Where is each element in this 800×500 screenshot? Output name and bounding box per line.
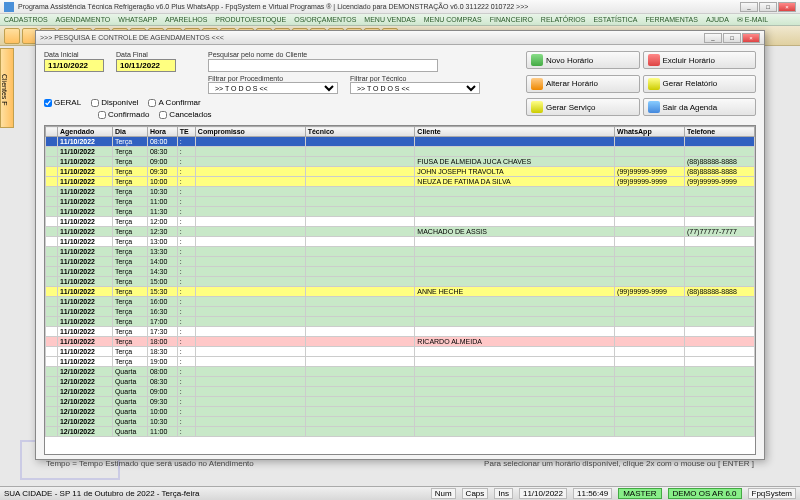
app-icon — [4, 2, 14, 12]
menu-ferramentas[interactable]: FERRAMENTAS — [646, 16, 698, 23]
table-row[interactable]: 12/10/2022Quarta09:30: — [46, 397, 755, 407]
table-row[interactable]: 12/10/2022Quarta08:00: — [46, 367, 755, 377]
col-header[interactable]: Compromisso — [195, 127, 305, 137]
table-row[interactable]: 11/10/2022Terça12:30:MACHADO DE ASSIS(77… — [46, 227, 755, 237]
alterar-horario-button[interactable]: Alterar Horário — [526, 75, 640, 93]
window-titlebar: Programa Assistência Técnica Refrigeraçã… — [0, 0, 800, 14]
dialog-maximize-button[interactable]: □ — [723, 33, 741, 43]
table-row[interactable]: 11/10/2022Terça08:30: — [46, 147, 755, 157]
col-header[interactable]: Telefone — [685, 127, 755, 137]
status-num: Num — [431, 488, 456, 499]
col-header[interactable]: Hora — [147, 127, 177, 137]
table-row[interactable]: 11/10/2022Terça09:00:FIUSA DE ALMEIDA JU… — [46, 157, 755, 167]
check-confirmado[interactable]: Confirmado — [98, 110, 149, 119]
status-time: 11:56:49 — [573, 488, 612, 499]
filter-tec-label: Filtrar por Técnico — [350, 75, 480, 82]
minimize-button[interactable]: _ — [740, 2, 758, 12]
table-row[interactable]: 12/10/2022Quarta10:30: — [46, 417, 755, 427]
filter-tec-select[interactable]: >> T O D O S << — [350, 82, 480, 94]
final-date-label: Data Final — [116, 51, 176, 58]
gerar-servico-button[interactable]: Gerar Serviço — [526, 98, 640, 116]
col-header[interactable]: Técnico — [305, 127, 415, 137]
table-row[interactable]: 11/10/2022Terça13:30: — [46, 247, 755, 257]
close-button[interactable]: × — [778, 2, 796, 12]
status-master: MASTER — [618, 488, 661, 499]
final-date-input[interactable] — [116, 59, 176, 72]
excluir-horario-button[interactable]: Excluir Horário — [643, 51, 757, 69]
report-icon — [648, 78, 660, 90]
col-header[interactable]: Agendado — [57, 127, 112, 137]
table-row[interactable]: 11/10/2022Terça10:30: — [46, 187, 755, 197]
filter-proc-select[interactable]: >> T O D O S << — [208, 82, 338, 94]
table-row[interactable]: 11/10/2022Terça11:00: — [46, 197, 755, 207]
table-row[interactable]: 11/10/2022Terça16:30: — [46, 307, 755, 317]
dialog-minimize-button[interactable]: _ — [704, 33, 722, 43]
table-row[interactable]: 11/10/2022Terça14:00: — [46, 257, 755, 267]
agenda-grid[interactable]: AgendadoDiaHoraTECompromissoTécnicoClien… — [44, 125, 756, 455]
table-row[interactable]: 11/10/2022Terça18:30: — [46, 347, 755, 357]
status-date: 11/10/2022 — [519, 488, 567, 499]
table-row[interactable]: 11/10/2022Terça15:00: — [46, 277, 755, 287]
sidebar-tab-clientes[interactable]: Clientes F — [0, 48, 14, 128]
check-geral[interactable]: GERAL — [44, 98, 81, 107]
menu-financeiro[interactable]: FINANCEIRO — [490, 16, 533, 23]
initial-date-input[interactable] — [44, 59, 104, 72]
table-row[interactable]: 11/10/2022Terça19:00: — [46, 357, 755, 367]
status-caps: Caps — [462, 488, 489, 499]
dialog-close-button[interactable]: × — [742, 33, 760, 43]
col-header[interactable]: WhatsApp — [615, 127, 685, 137]
table-row[interactable]: 12/10/2022Quarta08:30: — [46, 377, 755, 387]
menu-estatstica[interactable]: ESTATÍSTICA — [593, 16, 637, 23]
table-row[interactable]: 11/10/2022Terça10:00:NEUZA DE FATIMA DA … — [46, 177, 755, 187]
menu-whatsapp[interactable]: WHATSAPP — [118, 16, 157, 23]
col-header[interactable]: TE — [177, 127, 195, 137]
menu-aparelhos[interactable]: APARELHOS — [165, 16, 207, 23]
table-row[interactable]: 12/10/2022Quarta09:00: — [46, 387, 755, 397]
table-row[interactable]: 11/10/2022Terça18:00:RICARDO ALMEIDA — [46, 337, 755, 347]
service-icon — [531, 101, 543, 113]
menu-email[interactable]: ✉ E-MAIL — [737, 16, 768, 24]
hint-left: Tempo = Tempo Estimado que será usado no… — [46, 459, 254, 468]
menu-relatrios[interactable]: RELATÓRIOS — [541, 16, 586, 23]
table-row[interactable]: 11/10/2022Terça09:30:JOHN JOSEPH TRAVOLT… — [46, 167, 755, 177]
check-cancelados[interactable]: Cancelados — [159, 110, 211, 119]
col-header[interactable]: Cliente — [415, 127, 615, 137]
table-row[interactable]: 12/10/2022Quarta11:00: — [46, 427, 755, 437]
search-label: Pesquisar pelo nome do Cliente — [208, 51, 522, 58]
col-header[interactable] — [46, 127, 58, 137]
agenda-dialog: >>> PESQUISA E CONTROLE DE AGENDAMENTOS … — [35, 30, 765, 460]
status-brand: FpqSystem — [748, 488, 796, 499]
maximize-button[interactable]: □ — [759, 2, 777, 12]
menu-menuvendas[interactable]: MENU VENDAS — [364, 16, 415, 23]
gerar-relatorio-button[interactable]: Gerar Relatório — [643, 75, 757, 93]
menu-osoramentos[interactable]: OS/ORÇAMENTOS — [294, 16, 356, 23]
status-location: SUA CIDADE - SP 11 de Outubro de 2022 - … — [4, 489, 199, 498]
hint-right: Para selecionar um horário disponível, c… — [484, 459, 754, 468]
toolbar-icon-0[interactable] — [4, 28, 20, 44]
dialog-title: >>> PESQUISA E CONTROLE DE AGENDAMENTOS … — [40, 34, 704, 41]
table-row[interactable]: 11/10/2022Terça13:00: — [46, 237, 755, 247]
table-row[interactable]: 11/10/2022Terça16:00: — [46, 297, 755, 307]
novo-horario-button[interactable]: Novo Horário — [526, 51, 640, 69]
menu-ajuda[interactable]: AJUDA — [706, 16, 729, 23]
edit-icon — [531, 78, 543, 90]
menu-menucompras[interactable]: MENU COMPRAS — [424, 16, 482, 23]
status-ins: Ins — [494, 488, 513, 499]
check-disponivel[interactable]: Disponível — [91, 98, 138, 107]
search-input[interactable] — [208, 59, 438, 72]
menu-agendamento[interactable]: AGENDAMENTO — [56, 16, 111, 23]
table-row[interactable]: 11/10/2022Terça14:30: — [46, 267, 755, 277]
table-row[interactable]: 11/10/2022Terça17:30: — [46, 327, 755, 337]
table-row[interactable]: 11/10/2022Terça08:00: — [46, 137, 755, 147]
table-row[interactable]: 11/10/2022Terça15:30:ANNE HECHE(99)99999… — [46, 287, 755, 297]
table-row[interactable]: 12/10/2022Quarta10:00: — [46, 407, 755, 417]
table-row[interactable]: 11/10/2022Terça17:00: — [46, 317, 755, 327]
menu-produtoestoque[interactable]: PRODUTO/ESTOQUE — [215, 16, 286, 23]
initial-date-label: Data Inicial — [44, 51, 104, 58]
col-header[interactable]: Dia — [112, 127, 147, 137]
table-row[interactable]: 11/10/2022Terça12:00: — [46, 217, 755, 227]
check-aconfirmar[interactable]: A Confirmar — [148, 98, 200, 107]
menu-cadastros[interactable]: CADASTROS — [4, 16, 48, 23]
sair-agenda-button[interactable]: Sair da Agenda — [643, 98, 757, 116]
table-row[interactable]: 11/10/2022Terça11:30: — [46, 207, 755, 217]
